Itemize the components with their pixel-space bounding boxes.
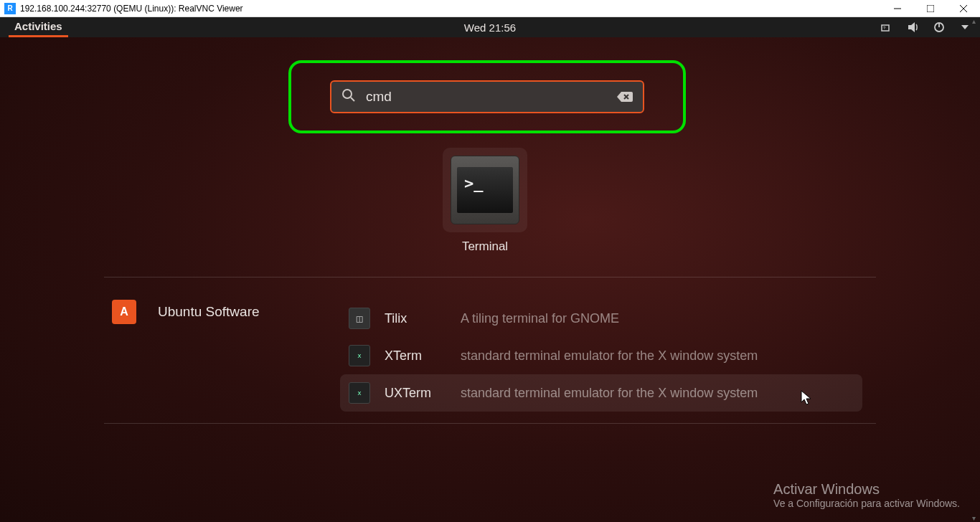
software-result-xterm[interactable]: x XTerm standard terminal emulator for t…	[340, 337, 862, 374]
software-result-name: XTerm	[385, 348, 446, 364]
software-result-name: Tilix	[385, 311, 446, 326]
ubuntu-desktop: Activities Wed 21:56 ?	[0, 17, 980, 522]
scroll-down-icon[interactable]: ▾	[972, 514, 976, 522]
tilix-icon: ◫	[349, 308, 370, 329]
realvnc-icon: R	[4, 3, 16, 14]
terminal-app-label: Terminal	[428, 239, 542, 254]
app-result-terminal[interactable]: >_ Terminal	[428, 148, 542, 254]
ubuntu-software-label: Ubuntu Software	[158, 304, 260, 320]
search-icon	[341, 88, 356, 105]
gnome-top-panel: Activities Wed 21:56 ?	[0, 17, 980, 37]
terminal-app-tile[interactable]: >_	[443, 148, 527, 232]
scroll-up-icon[interactable]: ▴	[972, 17, 976, 25]
terminal-icon: >_	[451, 156, 519, 224]
window-close-button[interactable]	[947, 0, 980, 17]
power-icon[interactable]	[933, 21, 946, 34]
software-result-uxterm[interactable]: x UXTerm standard terminal emulator for …	[340, 374, 862, 412]
windows-activation-watermark: Activar Windows Ve a Configuración para …	[773, 481, 960, 509]
svg-point-4	[343, 90, 352, 98]
watermark-title: Activar Windows	[773, 481, 960, 498]
xterm-icon: x	[349, 345, 370, 366]
results-divider-bottom	[104, 423, 876, 424]
window-maximize-button[interactable]	[914, 0, 947, 17]
panel-clock[interactable]: Wed 21:56	[464, 22, 516, 34]
input-source-icon[interactable]: ?	[881, 21, 894, 34]
clear-search-icon[interactable]	[617, 90, 633, 103]
results-divider-top	[104, 277, 876, 277]
software-result-desc: A tiling terminal for GNOME	[461, 311, 619, 326]
search-highlight-box	[288, 60, 686, 133]
host-scrollbar[interactable]: ▴ ▾	[969, 17, 979, 522]
software-result-desc: standard terminal emulator for the X win…	[461, 386, 758, 401]
watermark-subtitle: Ve a Configuración para activar Windows.	[773, 498, 960, 509]
search-input[interactable]	[366, 89, 607, 105]
volume-icon[interactable]	[907, 21, 920, 34]
vnc-host-title: 192.168.100.244:32770 (QEMU (Linux)): Re…	[20, 4, 881, 14]
software-result-desc: standard terminal emulator for the X win…	[461, 348, 758, 364]
software-results-list: ◫ Tilix A tiling terminal for GNOME x XT…	[340, 300, 862, 412]
software-result-tilix[interactable]: ◫ Tilix A tiling terminal for GNOME	[340, 300, 862, 337]
ubuntu-software-section-header: A Ubuntu Software	[112, 300, 260, 324]
window-minimize-button[interactable]	[881, 0, 914, 17]
uxterm-icon: x	[349, 382, 370, 404]
software-result-name: UXTerm	[385, 386, 446, 401]
vnc-host-titlebar: R 192.168.100.244:32770 (QEMU (Linux)): …	[0, 0, 980, 17]
activities-search-box[interactable]	[330, 80, 644, 113]
terminal-prompt-glyph: >_	[457, 167, 513, 213]
panel-status-area[interactable]: ?	[881, 21, 971, 34]
svg-rect-0	[927, 5, 934, 12]
ubuntu-software-icon: A	[112, 300, 136, 324]
activities-button[interactable]: Activities	[9, 17, 68, 37]
svg-text:?: ?	[883, 26, 886, 30]
